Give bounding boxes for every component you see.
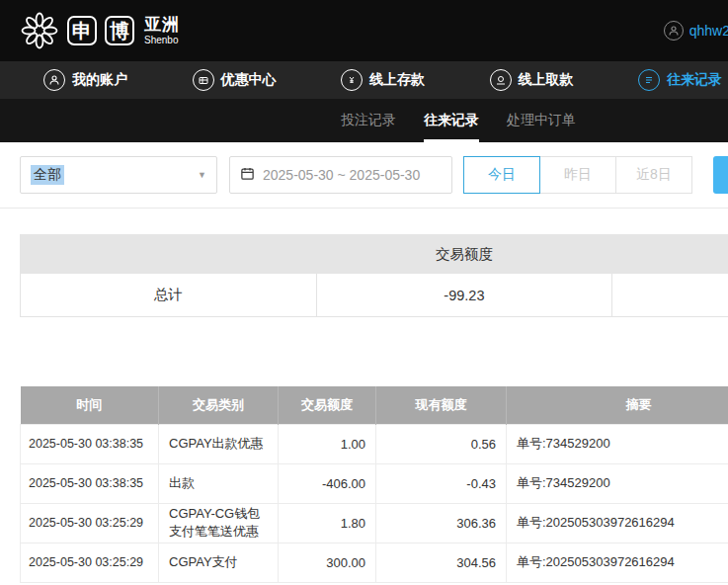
brand-char-bo: 博	[105, 16, 134, 45]
summary-total-label: 总计	[21, 274, 317, 317]
type-select[interactable]: 全部 ▼	[20, 156, 217, 194]
nav-label: 优惠中心	[221, 71, 277, 89]
username: qhhw2	[689, 23, 728, 39]
summary-total-row: 总计 -99.23	[20, 274, 728, 317]
nav-item-my-account[interactable]: 我的账户	[43, 69, 127, 91]
deposit-icon	[341, 69, 363, 91]
type-select-value: 全部	[31, 165, 64, 185]
cell-time: 2025-05-30 03:38:35	[21, 463, 159, 503]
summary-header-row: 交易额度	[20, 234, 728, 274]
tab-processing-orders[interactable]: 处理中订单	[507, 99, 576, 142]
nav-item-withdraw[interactable]: 线上取款	[490, 69, 574, 91]
summary-header-amount: 交易额度	[316, 245, 612, 264]
cell-amount: 300.00	[279, 543, 376, 582]
tab-betting-records[interactable]: 投注记录	[341, 99, 396, 142]
date-range-input[interactable]: 2025-05-30 ~ 2025-05-30	[229, 156, 452, 194]
table-row: 2025-05-30 03:38:35 CGPAY出款优惠 1.00 0.56 …	[21, 424, 728, 463]
brand-logo: 申 博 亚洲 Shenbo	[20, 11, 180, 50]
sub-nav: 投注记录 往来记录 处理中订单	[0, 99, 728, 142]
cell-balance: 304.56	[376, 543, 507, 582]
top-header: 申 博 亚洲 Shenbo qhhw2	[0, 0, 728, 61]
cell-summary: 单号:202505303972616294	[507, 503, 728, 543]
user-account[interactable]: qhhw2	[664, 21, 728, 41]
cell-time: 2025-05-30 03:38:35	[21, 424, 159, 463]
account-icon	[43, 69, 65, 91]
table-row: 2025-05-30 03:25:29 CGPAY支付 300.00 304.5…	[21, 543, 728, 582]
cell-amount: 1.00	[279, 424, 376, 463]
filter-bar: 全部 ▼ 2025-05-30 ~ 2025-05-30 今日 昨日 近8日	[0, 142, 728, 208]
main-nav: 我的账户 优惠中心 线上存款 线上取款	[0, 61, 728, 99]
calendar-icon	[240, 166, 255, 185]
summary-table: 交易额度 总计 -99.23	[20, 234, 728, 317]
quick-date-buttons: 今日 昨日 近8日	[464, 156, 692, 194]
tab-transaction-records[interactable]: 往来记录	[424, 99, 479, 142]
col-header-time: 时间	[21, 386, 159, 424]
summary-total-value: -99.23	[317, 274, 613, 317]
cell-summary: 单号:734529200	[507, 463, 728, 503]
records-icon	[638, 69, 660, 91]
cell-amount: 1.80	[279, 503, 376, 543]
cell-type: CGPAY-CG钱包支付笔笔送优惠	[159, 503, 279, 543]
records-table: 时间 交易类别 交易额度 现有额度 摘要 2025-05-30 03:38:35…	[20, 386, 728, 583]
nav-item-promotions[interactable]: 优惠中心	[193, 69, 277, 91]
chevron-down-icon: ▼	[198, 170, 206, 180]
cell-time: 2025-05-30 03:25:29	[21, 543, 159, 582]
today-button[interactable]: 今日	[463, 156, 540, 194]
nav-label: 往来记录	[667, 71, 722, 89]
search-button[interactable]	[713, 156, 728, 194]
nav-item-records[interactable]: 往来记录	[638, 69, 722, 91]
date-range-value: 2025-05-30 ~ 2025-05-30	[263, 167, 420, 183]
yesterday-button[interactable]: 昨日	[539, 156, 616, 194]
section-divider	[0, 208, 728, 209]
promotions-icon	[193, 69, 214, 91]
nav-label: 线上存款	[369, 71, 425, 89]
brand-text: 亚洲 Shenbo	[144, 16, 180, 45]
col-header-type: 交易类别	[159, 386, 279, 424]
brand-subname: Shenbo	[144, 35, 180, 45]
cell-type: CGPAY支付	[159, 543, 279, 582]
table-row: 2025-05-30 03:38:35 出款 -406.00 -0.43 单号:…	[21, 463, 728, 503]
col-header-amount: 交易额度	[279, 386, 376, 424]
last-8-days-button[interactable]: 近8日	[615, 156, 692, 194]
brand-char-shen: 申	[67, 16, 97, 45]
nav-item-deposit[interactable]: 线上存款	[341, 69, 425, 91]
cell-amount: -406.00	[279, 463, 376, 503]
summary-total-extra	[612, 274, 728, 317]
table-row: 2025-05-30 03:25:29 CGPAY-CG钱包支付笔笔送优惠 1.…	[21, 503, 728, 543]
nav-label: 线上取款	[519, 71, 574, 89]
cell-balance: -0.43	[376, 463, 507, 503]
table-header-row: 时间 交易类别 交易额度 现有额度 摘要	[21, 386, 728, 424]
page: 申 博 亚洲 Shenbo qhhw2 我的账户	[0, 0, 728, 585]
cell-balance: 306.36	[376, 503, 507, 543]
col-header-summary: 摘要	[507, 386, 728, 424]
col-header-balance: 现有额度	[376, 386, 507, 424]
nav-label: 我的账户	[72, 71, 127, 89]
user-avatar-icon	[664, 21, 684, 41]
flower-logo-icon	[20, 11, 59, 50]
cell-type: 出款	[159, 463, 279, 503]
cell-summary: 单号:202505303972616294	[507, 543, 728, 582]
cell-time: 2025-05-30 03:25:29	[21, 503, 159, 543]
cell-type: CGPAY出款优惠	[159, 424, 279, 463]
withdraw-icon	[490, 69, 512, 91]
brand-region: 亚洲	[144, 16, 180, 35]
cell-summary: 单号:734529200	[507, 424, 728, 463]
cell-balance: 0.56	[376, 424, 507, 463]
